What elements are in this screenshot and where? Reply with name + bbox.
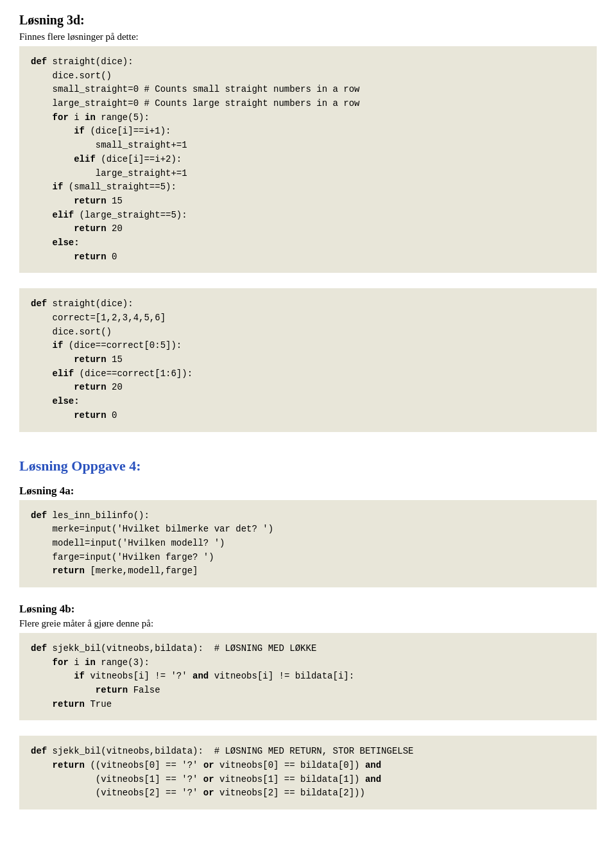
subsection-4b-title: Løsning 4b: [19, 603, 597, 616]
subsection-4b: Løsning 4b: Flere greie måter å gjøre de… [19, 603, 597, 809]
code-block-3d-2: def straight(dice): correct=[1,2,3,4,5,6… [19, 288, 597, 431]
section-3d-title: Løsning 3d: [19, 13, 597, 28]
code-block-4a: def les_inn_bilinfo(): merke=input('Hvil… [19, 500, 597, 587]
subsection-4a: Løsning 4a: def les_inn_bilinfo(): merke… [19, 485, 597, 587]
section-3d-intro: Finnes flere løsninger på dette: [19, 31, 597, 42]
section-oppgave-4: Løsning Oppgave 4: Løsning 4a: def les_i… [19, 458, 597, 810]
subsection-4b-intro: Flere greie måter å gjøre denne på: [19, 618, 597, 629]
code-block-4b-2: def sjekk_bil(vitneobs,bildata): # LØSNI… [19, 736, 597, 809]
subsection-4a-title: Løsning 4a: [19, 485, 597, 498]
section-losning-3d: Løsning 3d: Finnes flere løsninger på de… [19, 13, 597, 432]
code-block-3d-1: def straight(dice): dice.sort() small_st… [19, 46, 597, 273]
section-oppgave-4-title: Løsning Oppgave 4: [19, 458, 597, 474]
code-block-4b-1: def sjekk_bil(vitneobs,bildata): # LØSNI… [19, 633, 597, 720]
